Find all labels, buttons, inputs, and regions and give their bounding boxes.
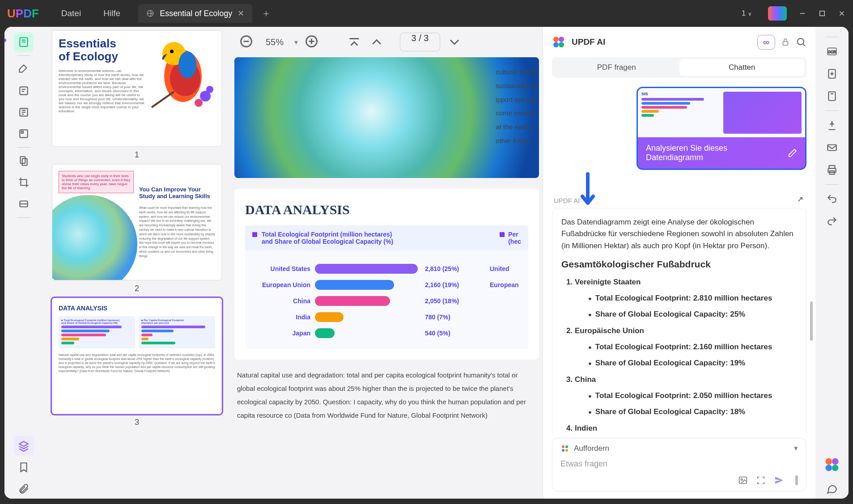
separator (17, 217, 30, 218)
ai-fab-button[interactable] (824, 457, 840, 473)
thumb3-title: DATA ANALYSIS (59, 305, 215, 312)
email-button[interactable] (822, 138, 842, 157)
export-button[interactable] (822, 64, 842, 84)
chevron-down-icon[interactable]: ▾ (794, 444, 798, 453)
close-icon[interactable] (838, 9, 846, 17)
form-button[interactable] (14, 124, 34, 144)
svg-point-40 (562, 445, 564, 448)
bookmark-button[interactable] (14, 457, 34, 477)
page-number-input[interactable]: 3 / 3 (400, 33, 440, 51)
thumbnail-page-2[interactable]: Students who can begin early in their li… (52, 164, 222, 280)
thumbnail-panel[interactable]: Essentialsof Ecology Welcome to environm… (43, 27, 231, 499)
zoom-dropdown-icon[interactable]: ▾ (294, 38, 298, 47)
svg-point-38 (798, 38, 804, 45)
parrot-illustration (147, 34, 219, 110)
ai-panel: UPDF AI ∞ PDF fragen Chatten SIS (543, 27, 815, 499)
svg-point-41 (565, 445, 568, 448)
image-icon[interactable] (738, 475, 748, 485)
tab-add-icon[interactable]: ＋ (261, 7, 271, 20)
svg-point-35 (553, 42, 559, 47)
comment-button[interactable] (14, 81, 34, 101)
next-page-button[interactable] (446, 34, 463, 50)
annotate-button[interactable] (14, 102, 34, 122)
thumb2-title: You Can Improve Your Study and Learning … (139, 186, 215, 199)
page-content[interactable]: cultural transiti sustainably by ipport … (231, 57, 543, 499)
thumb-number: 2 (52, 284, 222, 293)
ocr-button[interactable]: OCR (822, 42, 842, 61)
highlight-button[interactable] (14, 59, 34, 79)
ai-badge-button[interactable] (768, 6, 787, 21)
left-toolbar (4, 27, 43, 499)
share-button[interactable] (822, 115, 842, 135)
response-list-item: ChinaTotal Ecological Footprint: 2.050 m… (575, 374, 797, 418)
input-scrollbar[interactable] (795, 475, 798, 485)
undo-button[interactable] (822, 189, 842, 209)
ai-title: UPDF AI (572, 37, 605, 47)
svg-point-43 (565, 449, 568, 452)
lock-icon[interactable] (781, 37, 790, 47)
chart-bar-row: China 2,050 (18%) (252, 296, 521, 306)
user-attached-image: SIS (638, 88, 805, 137)
redact-button[interactable] (14, 194, 34, 214)
prev-page-button[interactable] (369, 34, 385, 50)
svg-line-39 (803, 44, 805, 46)
svg-point-36 (559, 42, 564, 47)
zoom-out-button[interactable] (239, 34, 255, 50)
zoom-in-button[interactable] (304, 34, 320, 50)
edit-icon[interactable] (788, 148, 797, 158)
chart-body: United States 2,810 (25%) UnitedEuropean… (245, 250, 528, 349)
layers-button[interactable] (14, 436, 34, 456)
svg-point-57 (832, 465, 838, 471)
separator (825, 110, 839, 111)
scrollbar-thumb[interactable] (810, 301, 813, 341)
body-paragraph: Natural capital use and degradation: tot… (234, 368, 539, 422)
tab-close-icon[interactable]: ✕ (238, 8, 244, 18)
crop-select-icon[interactable] (756, 475, 766, 485)
expand-icon[interactable] (796, 195, 805, 204)
first-page-button[interactable] (346, 34, 362, 50)
svg-rect-50 (828, 145, 836, 151)
reader-mode-button[interactable] (14, 32, 34, 52)
document-tab[interactable]: Essential of Ecology ✕ (138, 4, 252, 23)
window-count[interactable]: 1 ∨ (742, 9, 752, 18)
response-list-item: Vereinigte StaatenTotal Ecological Footp… (575, 276, 797, 321)
minimize-icon[interactable] (798, 9, 806, 17)
right-toolbar: OCR (815, 27, 849, 499)
redo-button[interactable] (822, 212, 842, 231)
print-button[interactable] (822, 160, 842, 180)
thumbnail-page-3[interactable]: DATA ANALYSIS ■ Total Ecological Footpri… (52, 298, 222, 414)
thumb1-body: Welcome to environmental science—an inte… (59, 69, 145, 113)
thumb3-note: Natural capital use and degradation: tot… (59, 353, 215, 373)
menu-help[interactable]: Hilfe (103, 8, 120, 18)
separator (17, 147, 30, 148)
search-icon[interactable] (796, 37, 806, 47)
response-list-item: Europäische UnionTotal Ecological Footpr… (575, 325, 797, 369)
tab-chatten[interactable]: Chatten (679, 59, 805, 76)
ai-logo-icon (552, 35, 565, 49)
save-button[interactable] (822, 86, 842, 106)
chat-input-area[interactable]: Auffordern ▾ Etwas fragen (552, 438, 806, 491)
chat-area[interactable]: SIS Analysieren Sie diese (543, 82, 815, 434)
prompt-icon (560, 444, 569, 453)
tab-pdf-fragen[interactable]: PDF fragen (554, 59, 679, 76)
crop-button[interactable] (14, 173, 34, 192)
svg-text:OCR: OCR (828, 50, 836, 54)
maximize-icon[interactable] (818, 9, 826, 17)
thumbnail-page-1[interactable]: Essentialsof Ecology Welcome to environm… (52, 30, 222, 147)
separator (825, 37, 839, 37)
svg-point-45 (741, 479, 743, 480)
feedback-button[interactable] (822, 479, 842, 499)
zoom-level[interactable]: 55% (261, 37, 288, 47)
globe-image (234, 57, 539, 178)
response-heading: Gesamtökologischer Fußabdruck (561, 257, 797, 272)
menu-file[interactable]: Datei (61, 8, 81, 18)
page-tool-button[interactable] (14, 151, 34, 171)
chat-input-placeholder[interactable]: Etwas fragen (560, 459, 798, 475)
infinity-button[interactable]: ∞ (757, 35, 775, 50)
page-toolbar: 55% ▾ 3 / 3 (231, 27, 543, 57)
attachment-button[interactable] (14, 479, 34, 499)
response-intro: Das Datendiagramm zeigt eine Analyse der… (561, 216, 797, 252)
chart-bar-row: Japan 540 (5%) (252, 328, 521, 338)
send-button[interactable] (774, 475, 785, 486)
svg-point-54 (826, 458, 832, 465)
